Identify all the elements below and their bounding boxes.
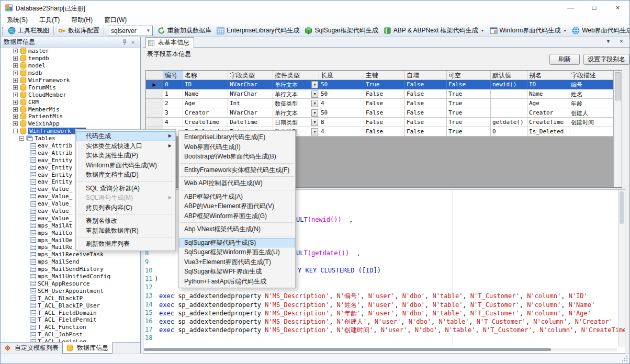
database-type-combo[interactable]: sqlserver▼ (108, 26, 153, 36)
menu-item[interactable]: ABP的Vue+Element界面代码(V) (179, 201, 295, 211)
tree-item[interactable]: mps_MailSend (1, 258, 140, 266)
grid-cell[interactable] (491, 108, 527, 118)
grid-cell[interactable]: Int (228, 99, 273, 108)
grid-cell[interactable]: 1 (163, 89, 183, 99)
expand-icon[interactable]: + (13, 85, 18, 90)
tab-database-info[interactable]: 数据库信息 (62, 342, 113, 354)
dropdown-arrow-icon[interactable]: ▼ (481, 29, 485, 32)
grid-cell[interactable] (569, 127, 614, 136)
menu-item[interactable]: 实体类生成快速入口▶ (76, 141, 175, 151)
tab-table-basic-info[interactable]: 表基本信息 (145, 37, 194, 48)
dropdown-button[interactable]: ▼ (311, 119, 318, 126)
grid-row-header[interactable] (146, 89, 163, 99)
grid-cell[interactable]: 4 (319, 99, 364, 108)
toolbar-button[interactable]: 工具栏视图 (5, 25, 52, 37)
grid-cell[interactable]: 姓名 (569, 89, 614, 99)
collapse-icon[interactable]: − (19, 136, 24, 141)
dropdown-button[interactable]: ▼ (311, 81, 318, 88)
dropdown-button[interactable]: ▼ (311, 90, 318, 98)
grid-cell[interactable]: True (447, 108, 491, 118)
tree-item[interactable]: +msdb (1, 70, 140, 77)
panel-close-icon[interactable]: × (129, 39, 137, 46)
grid-row[interactable]: ▶0IDNVarChar单行文本▼50TrueFalseFalsenewid()… (146, 80, 622, 89)
tree-item[interactable]: +CloudMember (1, 91, 140, 98)
grid-cell[interactable]: 单行文本▼ (273, 89, 319, 99)
menu-window[interactable]: 窗口(W) (98, 15, 132, 25)
menu-item[interactable]: Abp VNext框架代码生成(N) (179, 224, 295, 234)
grid-cell[interactable]: False (364, 89, 405, 99)
expand-icon[interactable]: + (13, 78, 18, 83)
tree-item[interactable]: T_ACL_FieldPermit (1, 316, 140, 324)
grid-cell[interactable]: 3 (163, 108, 183, 118)
expand-icon[interactable]: + (13, 121, 18, 126)
grid-cell[interactable]: 0 (163, 80, 183, 89)
tree-item[interactable]: +ForumMis (1, 84, 140, 91)
tree-item[interactable]: +MemberMis (1, 106, 140, 113)
dropdown-button[interactable]: ▼ (311, 128, 318, 135)
toolbar-button[interactable]: 重新加载数据库 (155, 25, 214, 37)
menu-item[interactable]: SqlSugar框架WPF界面生成 (179, 267, 295, 277)
menu-item[interactable]: Vue3+Element界面代码生成(T) (179, 257, 295, 267)
expand-icon[interactable]: + (13, 107, 18, 112)
grid-column-header[interactable]: 主键 (364, 71, 405, 80)
menu-item[interactable]: 拷贝列表内容(C) (76, 203, 175, 213)
chevron-down-icon[interactable]: ▼ (144, 28, 152, 33)
grid-row[interactable]: 1NameNVarChar单行文本▼50FalseFalseTrueName姓名 (146, 89, 622, 99)
grid-cell[interactable]: True (447, 127, 491, 136)
grid-cell[interactable]: 日期类型▼ (273, 118, 319, 127)
toolbar-button[interactable]: Winform界面代码生成▼ (487, 25, 570, 37)
grid-cell[interactable]: 创建时间 (569, 118, 614, 127)
grid-vertical-scrollbar[interactable] (613, 71, 622, 187)
grid-cell[interactable]: True (364, 80, 405, 89)
grid-cell[interactable]: 单行文本▼ (273, 80, 319, 89)
tree-item[interactable]: +WinFramework (1, 77, 140, 84)
expand-icon[interactable]: + (13, 100, 18, 105)
grid-cell[interactable]: 年龄 (569, 99, 614, 108)
resize-grip[interactable] (626, 360, 627, 361)
grid-cell[interactable]: Name (527, 89, 569, 99)
dropdown-button[interactable]: ▼ (311, 109, 318, 117)
grid-cell[interactable]: NVarChar (228, 89, 273, 99)
tree-item[interactable]: T_ACL_FieldDomain (1, 309, 140, 316)
grid-cell[interactable]: CreateTime (183, 118, 228, 127)
grid-row-header[interactable] (146, 99, 163, 108)
tab-close-icon[interactable]: × (620, 38, 623, 45)
expand-icon[interactable]: + (13, 114, 18, 119)
menu-item[interactable]: SQL语句生成(M)▶ (76, 193, 175, 203)
grid-cell[interactable]: ID (183, 80, 228, 89)
tree-item[interactable]: T_ACL_BlackIP_User (1, 302, 140, 309)
grid-cell[interactable]: False (405, 118, 447, 127)
menu-item[interactable]: ABP框架Winform界面生成(G) (179, 211, 295, 221)
menu-tools[interactable]: 工具(T) (33, 15, 65, 25)
grid-cell[interactable]: newid() (491, 80, 527, 89)
grid-row-header[interactable] (146, 118, 163, 127)
grid-cell[interactable]: 50 (319, 108, 364, 118)
expand-icon[interactable]: + (13, 93, 18, 97)
menu-item[interactable]: SQL 查询分析器(A) (76, 184, 175, 194)
tab-list-dropdown-icon[interactable]: ▼ (606, 39, 611, 44)
toolbar-button[interactable]: ABP & ABPNext 框架代码生成▼ (381, 25, 487, 37)
grid-cell[interactable]: CreateTime (527, 118, 569, 127)
menu-item[interactable]: 数据库文档生成(D) (76, 170, 175, 180)
tree-item[interactable]: +PatientMis (1, 113, 140, 120)
grid-cell[interactable] (491, 89, 527, 99)
menu-item[interactable]: Bootstrap的Web界面代码生成(B) (179, 152, 295, 162)
grid-cell[interactable]: 编号 (569, 80, 614, 89)
grid-column-header[interactable]: 名称 (183, 71, 228, 80)
grid-cell[interactable]: Creator (527, 108, 569, 118)
grid-cell[interactable]: True (447, 118, 491, 127)
grid-cell[interactable]: 单行文本▼ (273, 108, 319, 118)
tree-item[interactable]: +WeixinApp (1, 120, 140, 128)
tree-item[interactable]: mps_MailSendHistory (1, 266, 140, 273)
grid-cell[interactable]: 4 (163, 118, 183, 127)
expand-icon[interactable]: + (13, 49, 18, 53)
grid-cell[interactable]: 2 (163, 99, 183, 108)
tree-item[interactable]: +CRM (1, 98, 140, 106)
grid-cell[interactable]: ID (527, 80, 569, 89)
grid-cell[interactable]: Creator (183, 108, 228, 118)
tree-item[interactable]: SCH_UserAppointment (1, 287, 140, 294)
grid-cell[interactable] (491, 99, 527, 108)
editor-vertical-scrollbar[interactable] (618, 190, 625, 347)
grid-column-header[interactable]: 编号 (163, 71, 183, 80)
grid-column-header[interactable]: 默认值 (491, 71, 527, 80)
